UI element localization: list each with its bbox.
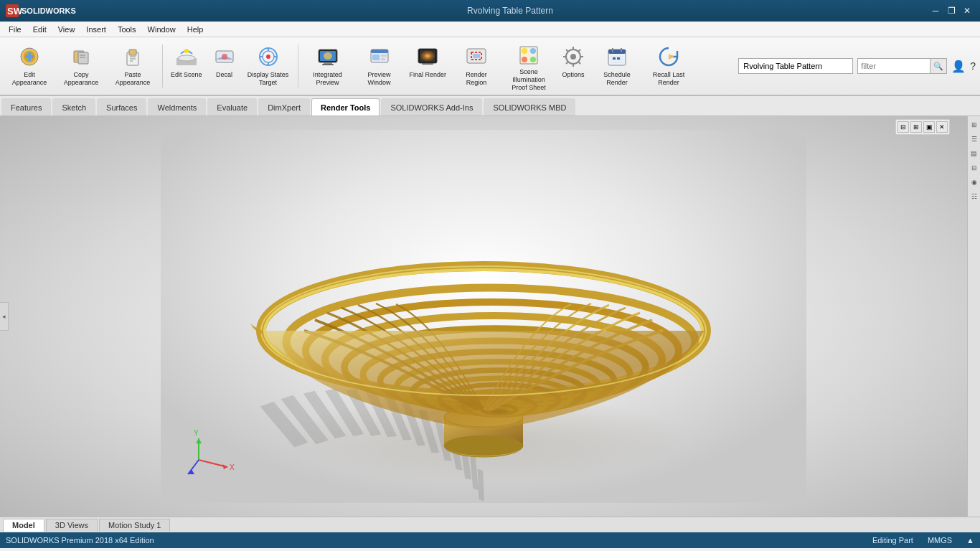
minimize-button[interactable]: ─ [928, 4, 943, 17]
edit-appearance-button[interactable]: Edit Appearance [4, 40, 55, 92]
options-button[interactable]: Options [556, 40, 590, 92]
app-logo: SW SOLIDWORKS [6, 3, 92, 19]
svg-line-50 [566, 50, 568, 52]
pattern-display[interactable]: Rvolving Table Pattern [738, 58, 853, 74]
toolbar: Edit Appearance Copy Appearance Paste Ap… [0, 37, 980, 96]
bottom-tab-model[interactable]: Model [3, 519, 44, 532]
final-render-button[interactable]: Final Render [406, 40, 451, 92]
tab-solidworks-mbd[interactable]: SOLIDWORKS MBD [484, 98, 575, 116]
recall-last-render-button[interactable]: Recall Last Render [644, 40, 694, 92]
svg-text:Y: Y [194, 429, 199, 437]
help-icon[interactable]: ? [970, 60, 976, 72]
tab-surfaces[interactable]: Surfaces [97, 98, 146, 116]
tab-sketch[interactable]: Sketch [52, 98, 95, 116]
model-area: X Y ⊟ ⊞ ▣ ✕ ◂ [0, 116, 967, 517]
right-panel-icon-6[interactable]: ☷ [969, 191, 980, 202]
right-panel-icon-5[interactable]: ◉ [969, 176, 980, 188]
svg-point-41 [530, 48, 536, 54]
menu-item-help[interactable]: Help [182, 22, 209, 37]
display-states-target-icon [255, 44, 281, 70]
svg-rect-30 [372, 55, 380, 60]
bottom-tab-3d-views[interactable]: 3D Views [46, 519, 98, 532]
menu-item-window[interactable]: Window [142, 22, 182, 37]
toolbar-right: Rvolving Table Pattern 🔍 👤 ? [738, 58, 976, 74]
normalize-view-button[interactable]: ⊟ [897, 121, 909, 133]
integrated-preview-button[interactable]: Integrated Preview [303, 40, 353, 92]
svg-line-52 [578, 50, 580, 52]
tab-render-tools[interactable]: Render Tools [311, 98, 380, 116]
status-left: SOLIDWORKS Premium 2018 x64 Edition [6, 536, 154, 545]
search-button[interactable]: 🔍 [930, 59, 946, 73]
final-render-label: Final Render [410, 71, 447, 79]
decal-label: Decal [216, 71, 232, 79]
svg-rect-78 [478, 468, 484, 501]
tab-evaluate[interactable]: Evaluate [207, 98, 257, 116]
decal-button[interactable]: Decal [207, 40, 242, 92]
edit-scene-icon [174, 44, 199, 70]
copy-appearance-button[interactable]: Copy Appearance [56, 40, 106, 92]
menu-item-tools[interactable]: Tools [112, 22, 142, 37]
copy-appearance-icon [68, 44, 94, 70]
edit-scene-label: Edit Scene [171, 71, 202, 79]
render-region-label: Render Region [455, 71, 498, 87]
search-box: 🔍 [857, 58, 947, 74]
separator-1 [162, 44, 163, 88]
recall-last-render-icon [656, 44, 682, 70]
bottom-tab-motion-study-1[interactable]: Motion Study 1 [99, 519, 170, 532]
svg-rect-29 [371, 50, 388, 53]
svg-point-43 [530, 57, 536, 62]
search-input[interactable] [858, 62, 930, 70]
tab-weldments[interactable]: Weldments [148, 98, 206, 116]
svg-rect-62 [617, 57, 620, 60]
svg-rect-26 [324, 62, 332, 64]
svg-line-51 [578, 62, 580, 64]
edit-scene-button[interactable]: Edit Scene [167, 40, 206, 92]
svg-rect-31 [381, 55, 387, 57]
display-states-target-button[interactable]: Display States Target [243, 40, 293, 92]
statusbar: SOLIDWORKS Premium 2018 x64 Edition Edit… [0, 532, 980, 548]
viewport-controls: ⊟ ⊞ ▣ ✕ [895, 119, 950, 135]
expand-icon[interactable]: ▲ [966, 536, 974, 545]
menu-item-view[interactable]: View [52, 22, 81, 37]
restore-button[interactable]: ❐ [944, 4, 958, 17]
paste-appearance-icon [120, 44, 146, 70]
expand-view-button[interactable]: ▣ [923, 121, 935, 133]
schedule-render-icon [604, 44, 630, 70]
close-button[interactable]: ✕ [960, 4, 974, 17]
menu-item-insert[interactable]: Insert [80, 22, 112, 37]
svg-text:SOLIDWORKS: SOLIDWORKS [22, 6, 76, 15]
svg-rect-38 [473, 54, 480, 58]
render-region-icon [463, 44, 489, 70]
model-container: X Y [0, 116, 967, 517]
window-controls: ─ ❐ ✕ [928, 4, 974, 17]
svg-point-25 [324, 52, 332, 60]
preview-window-button[interactable]: Preview Window [354, 40, 405, 92]
right-panel-icon-4[interactable]: ⊟ [969, 162, 980, 174]
menu-item-edit[interactable]: Edit [27, 22, 52, 37]
bottom-tabs: Model3D ViewsMotion Study 1 [0, 517, 980, 532]
svg-rect-6 [28, 52, 31, 61]
tab-solidworks-add-ins[interactable]: SOLIDWORKS Add-Ins [381, 98, 482, 116]
separator-2 [298, 44, 298, 88]
paste-appearance-button[interactable]: Paste Appearance [108, 40, 158, 92]
menu-item-file[interactable]: File [3, 22, 27, 37]
scene-illumination-proof-sheet-button[interactable]: Scene Illumination Proof Sheet [503, 40, 555, 92]
tab-features[interactable]: Features [1, 98, 51, 116]
schedule-render-button[interactable]: Schedule Render [592, 40, 642, 92]
right-panel-icon-2[interactable]: ☰ [969, 133, 980, 145]
user-icon[interactable]: 👤 [951, 60, 966, 73]
options-label: Options [562, 71, 585, 79]
model-svg: X Y [161, 130, 806, 503]
tab-dimxpert[interactable]: DimXpert [258, 98, 310, 116]
final-render-icon [415, 44, 440, 70]
fit-view-button[interactable]: ⊞ [910, 121, 922, 133]
preview-window-label: Preview Window [358, 71, 401, 87]
right-panel-icon-3[interactable]: ▤ [969, 148, 980, 159]
close-view-button[interactable]: ✕ [936, 121, 948, 133]
svg-point-40 [522, 48, 527, 54]
left-panel-toggle[interactable]: ◂ [0, 302, 9, 331]
menubar: FileEditViewInsertToolsWindowHelp [0, 22, 980, 37]
render-region-button[interactable]: Render Region [451, 40, 501, 92]
decal-icon [212, 44, 237, 70]
right-panel-icon-1[interactable]: ⊞ [969, 119, 980, 131]
